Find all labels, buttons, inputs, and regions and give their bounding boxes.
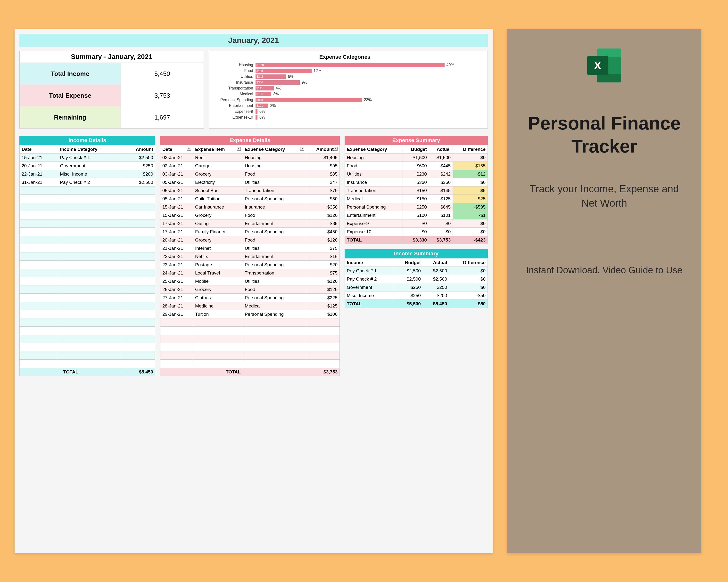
table-row[interactable] — [20, 360, 155, 368]
table-row[interactable] — [160, 360, 340, 368]
table-row[interactable] — [20, 310, 155, 318]
chart-bar — [256, 115, 258, 119]
table-row[interactable] — [20, 335, 155, 343]
table-row[interactable]: 24-Jan-21Local TravelTransportation$75 — [160, 269, 340, 277]
table-row[interactable] — [160, 351, 340, 360]
total-row: TOTAL$5,500$5,450-$50 — [345, 300, 488, 308]
chart-bar: $101 — [256, 104, 268, 108]
chart-bar: $350 — [256, 80, 300, 85]
table-row[interactable]: 05-Jan-21School BusTransportation$70 — [160, 187, 340, 195]
table-row[interactable]: 28-Jan-21MedicineMedical$125 — [160, 302, 340, 310]
table-row[interactable]: Housing$1,500$1,500$0 — [345, 154, 488, 162]
table-row[interactable]: 02-Jan-21GarageHousing$95 — [160, 162, 340, 170]
expense-details-table: Date▾Expense Item▾Expense Category▾Amoun… — [160, 145, 340, 376]
table-row[interactable]: Expense-9$0$0$0 — [345, 219, 488, 228]
table-row[interactable] — [20, 318, 155, 327]
column-header[interactable]: Difference — [453, 145, 488, 154]
column-header[interactable]: Income Category — [58, 145, 122, 154]
table-row[interactable]: Food$600$445$155 — [345, 162, 488, 170]
table-row[interactable] — [20, 343, 155, 351]
table-row[interactable]: Pay Check # 1$2,500$2,500$0 — [345, 267, 488, 275]
table-row[interactable]: 05-Jan-21Child TuitionPersonal Spending$… — [160, 195, 340, 203]
expense-summary-header: Expense Summary — [345, 136, 488, 145]
filter-icon[interactable]: ▾ — [237, 147, 241, 150]
excel-icon: X — [587, 49, 621, 82]
table-row[interactable] — [160, 335, 340, 343]
column-header[interactable]: Expense Item▾ — [193, 145, 243, 154]
chart-percentage: 3% — [270, 104, 276, 108]
table-row[interactable]: 20-Jan-21GroceryFood$120 — [160, 236, 340, 244]
table-row[interactable]: 17-Jan-21OutingEntertainment$85 — [160, 219, 340, 228]
table-row[interactable] — [20, 187, 155, 195]
table-row[interactable]: Misc. Income$250$200-$50 — [345, 292, 488, 300]
table-row[interactable]: 25-Jan-21MobileUtilities$120 — [160, 277, 340, 285]
table-row[interactable]: Pay Check # 2$2,500$2,500$0 — [345, 275, 488, 283]
table-row[interactable]: Government$250$250$0 — [345, 283, 488, 292]
table-row[interactable]: 22-Jan-21NetflixEntertainment$16 — [160, 252, 340, 261]
chart-category: Food — [212, 68, 256, 73]
table-row[interactable] — [20, 211, 155, 219]
table-row[interactable] — [20, 236, 155, 244]
table-row[interactable] — [20, 228, 155, 236]
table-row[interactable] — [20, 269, 155, 277]
table-row[interactable] — [20, 302, 155, 310]
table-row[interactable] — [20, 285, 155, 294]
filter-icon[interactable]: ▾ — [334, 147, 338, 150]
table-row[interactable] — [20, 252, 155, 261]
column-header[interactable]: Budget — [394, 258, 423, 267]
filter-icon[interactable]: ▾ — [187, 147, 191, 150]
table-row[interactable]: 23-Jan-21PostagePersonal Spending$20 — [160, 261, 340, 269]
table-row[interactable] — [20, 219, 155, 228]
chart-percentage: 0% — [259, 109, 265, 114]
table-row[interactable] — [20, 351, 155, 360]
table-row[interactable]: Transportation$150$145$5 — [345, 187, 488, 195]
table-row[interactable]: 31-Jan-21Pay Check # 2$2,500 — [20, 178, 155, 187]
table-row[interactable]: 29-Jan-21TuitionPersonal Spending$100 — [160, 310, 340, 318]
table-row[interactable]: 15-Jan-21Car InsuranceInsurance$350 — [160, 203, 340, 211]
filter-icon[interactable]: ▾ — [300, 147, 304, 150]
table-row[interactable]: Personal Spending$250$845-$595 — [345, 203, 488, 211]
table-row[interactable]: 15-Jan-21Pay Check # 1$2,500 — [20, 154, 155, 162]
table-row[interactable]: 02-Jan-21RentHousing$1,405 — [160, 154, 340, 162]
column-header[interactable]: Expense Category▾ — [243, 145, 306, 154]
column-header[interactable]: Budget — [403, 145, 429, 154]
column-header[interactable]: Date▾ — [160, 145, 193, 154]
table-row[interactable]: 15-Jan-21GroceryFood$120 — [160, 211, 340, 219]
table-row[interactable]: Insurance$350$350$0 — [345, 178, 488, 187]
column-header[interactable]: Amount▾ — [306, 145, 340, 154]
column-header[interactable]: Actual — [429, 145, 452, 154]
table-row[interactable]: 05-Jan-21ElectricityUtilities$47 — [160, 178, 340, 187]
table-row[interactable] — [160, 327, 340, 335]
table-row[interactable] — [20, 327, 155, 335]
total-income-value: 5,450 — [121, 63, 204, 85]
table-row[interactable]: 17-Jan-21Family FinancePersonal Spending… — [160, 228, 340, 236]
chart-category: Utilities — [212, 75, 256, 79]
month-title: January, 2021 — [19, 34, 488, 47]
column-header[interactable]: Difference — [449, 258, 488, 267]
table-row[interactable]: 26-Jan-21GroceryFood$120 — [160, 285, 340, 294]
summary-box: Summary - January, 2021 Total Income5,45… — [19, 51, 204, 129]
table-row[interactable]: 27-Jan-21ClothesPersonal Spending$225 — [160, 294, 340, 302]
table-row[interactable]: Utilities$230$242-$12 — [345, 170, 488, 178]
table-row[interactable]: Entertainment$100$101-$1 — [345, 211, 488, 219]
table-row[interactable] — [20, 244, 155, 252]
chart-bar: $845 — [256, 98, 362, 102]
table-row[interactable]: 20-Jan-21Government$250 — [20, 162, 155, 170]
table-row[interactable] — [20, 261, 155, 269]
table-row[interactable] — [20, 203, 155, 211]
table-row[interactable] — [160, 318, 340, 327]
table-row[interactable] — [20, 294, 155, 302]
table-row[interactable] — [20, 195, 155, 203]
table-row[interactable]: 22-Jan-21Misc. Income$200 — [20, 170, 155, 178]
column-header[interactable]: Amount — [122, 145, 155, 154]
table-row[interactable] — [20, 277, 155, 285]
table-row[interactable]: Medical$150$125$25 — [345, 195, 488, 203]
column-header[interactable]: Expense Category — [345, 145, 403, 154]
table-row[interactable]: Expense-10$0$0$0 — [345, 228, 488, 236]
column-header[interactable]: Date — [20, 145, 58, 154]
table-row[interactable] — [160, 343, 340, 351]
column-header[interactable]: Income — [345, 258, 394, 267]
column-header[interactable]: Actual — [423, 258, 449, 267]
table-row[interactable]: 03-Jan-21GroceryFood$85 — [160, 170, 340, 178]
table-row[interactable]: 21-Jan-21InternetUtilities$75 — [160, 244, 340, 252]
